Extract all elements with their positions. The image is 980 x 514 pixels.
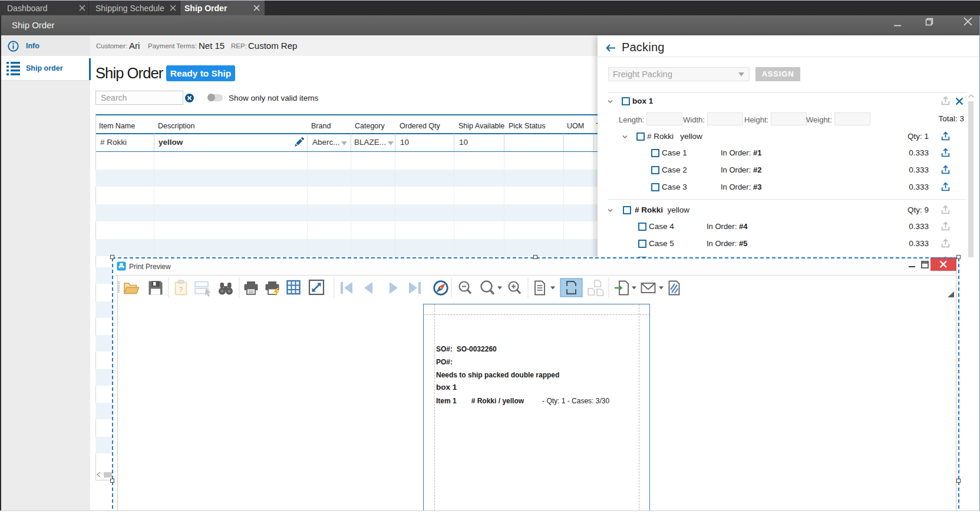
- svg-text:?: ?: [179, 286, 183, 294]
